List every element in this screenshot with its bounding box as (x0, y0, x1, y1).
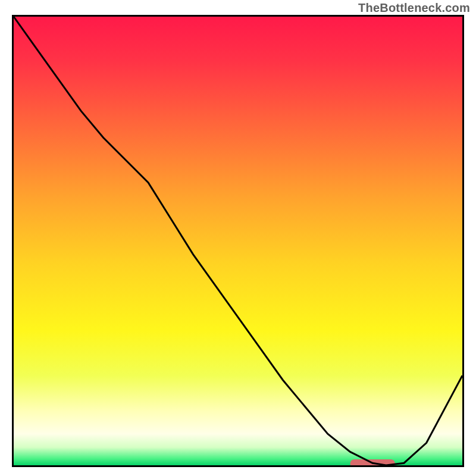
plot-area (12, 15, 464, 467)
gradient-background (14, 17, 462, 465)
watermark-text: TheBottleneck.com (358, 1, 470, 15)
chart-svg (14, 17, 462, 465)
chart-container: TheBottleneck.com (0, 0, 476, 476)
